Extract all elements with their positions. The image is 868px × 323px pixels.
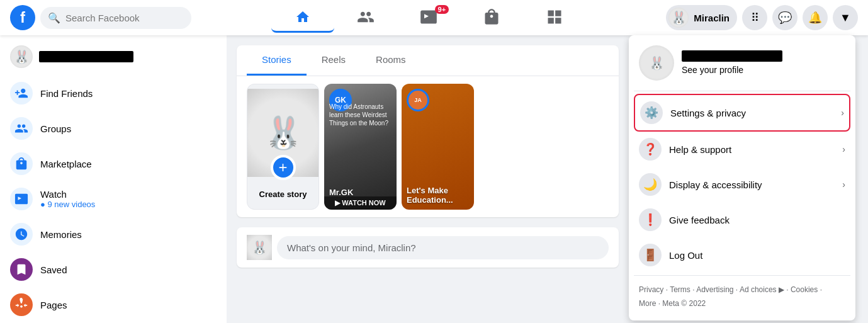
- advertising-link[interactable]: Advertising: [696, 285, 733, 294]
- search-bar[interactable]: 🔍: [40, 7, 191, 29]
- memories-icon: [10, 223, 33, 246]
- notifications-button[interactable]: 🔔: [803, 5, 828, 30]
- story-education[interactable]: JA Let's Make Education...: [402, 84, 474, 210]
- dm-help-label: Help & support: [669, 144, 835, 155]
- nav-marketplace-button[interactable]: [460, 3, 523, 33]
- dm-profile-avatar: 🐰: [639, 45, 674, 81]
- more-link[interactable]: More: [639, 299, 656, 308]
- sidebar-avatar: 🐰: [10, 45, 33, 68]
- dm-settings-item[interactable]: ⚙️ Settings & privacy ›: [634, 94, 850, 132]
- dm-divider-1: [634, 91, 850, 91]
- find-friends-icon: [10, 82, 33, 105]
- adchoices-link[interactable]: Ad choices ▶: [740, 285, 784, 294]
- tab-reels[interactable]: Reels: [307, 45, 361, 76]
- user-profile-button[interactable]: 🐰 Miraclin: [666, 5, 737, 30]
- marketplace-sidebar-icon: [10, 152, 33, 175]
- marketplace-icon: [483, 8, 500, 26]
- nav-friends-button[interactable]: [334, 3, 397, 33]
- logout-icon: 🚪: [639, 244, 662, 266]
- create-story-card[interactable]: 🐰 + Create story: [247, 84, 319, 210]
- nav-right-actions: 🐰 Miraclin ⠿ 💬 🔔 ▼: [666, 5, 858, 30]
- logo-letter: f: [20, 9, 25, 26]
- friends-icon: [357, 8, 375, 26]
- sidebar-item-label: Marketplace: [40, 159, 92, 169]
- sidebar-item-marketplace[interactable]: Marketplace: [5, 146, 222, 181]
- dm-profile-item[interactable]: 🐰 See your profile: [634, 40, 850, 86]
- dropdown-menu: 🐰 See your profile ⚙️ Settings & privacy…: [629, 35, 855, 320]
- facebook-logo[interactable]: f: [10, 5, 35, 30]
- sidebar-profile-name: [39, 51, 133, 62]
- avatar: 🐰: [668, 8, 689, 28]
- nav-home-button[interactable]: [271, 3, 334, 33]
- story-education-avatar: JA: [407, 89, 429, 111]
- feedback-icon: ❗: [639, 208, 662, 231]
- privacy-link[interactable]: Privacy: [639, 285, 663, 294]
- sidebar-item-saved[interactable]: Saved: [5, 252, 222, 287]
- watch-label-group: Watch ● 9 new videos: [40, 189, 95, 209]
- sidebar-item-label: Pages: [40, 300, 67, 310]
- story-mrgk-label: Mr.GK: [329, 188, 392, 197]
- post-mind-card: 🐰 What's on your mind, Miraclin?: [237, 227, 619, 268]
- chevron-right-icon: ›: [842, 179, 845, 190]
- create-story-label: Create story: [259, 190, 307, 199]
- nav-menu-button[interactable]: [523, 3, 586, 33]
- nav-center: 9+: [191, 3, 666, 33]
- tabs-row: Stories Reels Rooms: [237, 45, 619, 76]
- search-input[interactable]: [65, 13, 184, 23]
- dm-help-item[interactable]: ❓ Help & support ›: [634, 132, 850, 167]
- watch-icon: [10, 188, 33, 210]
- story-mrgk[interactable]: GK Why did Astronauts learn these Weirde…: [324, 84, 397, 210]
- dm-profile-link: See your profile: [682, 65, 743, 75]
- create-story-plus-icon: +: [271, 155, 296, 180]
- dm-display-item[interactable]: 🌙 Display & accessibility ›: [634, 167, 850, 202]
- home-icon: [295, 9, 310, 25]
- dm-divider-2: [634, 275, 850, 276]
- sidebar-item-find-friends[interactable]: Find Friends: [5, 76, 222, 111]
- nav-video-button[interactable]: 9+: [397, 3, 460, 33]
- sidebar: 🐰 Find Friends Groups Marketplace Watch …: [0, 35, 227, 323]
- sidebar-bunny: 🐰: [10, 45, 33, 68]
- dm-profile-name-hidden: [682, 50, 782, 62]
- apps-button[interactable]: ⠿: [742, 5, 767, 30]
- top-navigation: f 🔍 9+ 🐰 Miraclin: [0, 0, 868, 35]
- tab-rooms[interactable]: Rooms: [361, 45, 421, 76]
- post-mind-input[interactable]: What's on your mind, Miraclin?: [277, 236, 609, 259]
- search-icon: 🔍: [48, 12, 60, 24]
- dm-feedback-item[interactable]: ❗ Give feedback: [634, 202, 850, 237]
- tab-stories[interactable]: Stories: [247, 45, 307, 76]
- post-mind-avatar: 🐰: [247, 235, 272, 260]
- dm-settings-label: Settings & privacy: [670, 108, 833, 118]
- dm-footer: Privacy · Terms · Advertising · Ad choic…: [634, 278, 850, 315]
- sidebar-item-memories[interactable]: Memories: [5, 217, 222, 252]
- sidebar-item-pages[interactable]: Pages: [5, 287, 222, 322]
- dm-bunny: 🐰: [639, 45, 674, 81]
- stories-card: Stories Reels Rooms 🐰 + Create story GK …: [237, 45, 619, 217]
- video-badge: 9+: [435, 5, 449, 14]
- sidebar-item-label: Groups: [40, 123, 71, 134]
- story-mrgk-bg: GK Why did Astronauts learn these Weirde…: [324, 84, 397, 210]
- dm-feedback-label: Give feedback: [669, 215, 845, 225]
- menu-icon: [546, 8, 563, 26]
- settings-icon: ⚙️: [640, 101, 663, 124]
- sidebar-item-label: Memories: [40, 229, 82, 240]
- meta-copyright: Meta © 2022: [662, 299, 706, 308]
- post-mind-bunny: 🐰: [247, 235, 272, 260]
- messenger-button[interactable]: 💬: [772, 5, 798, 30]
- groups-icon: [10, 117, 33, 140]
- sidebar-profile[interactable]: 🐰: [5, 40, 222, 73]
- dropdown-arrow-button[interactable]: ▼: [833, 5, 858, 30]
- chevron-right-icon: ›: [842, 144, 845, 154]
- cookies-link[interactable]: Cookies: [791, 285, 818, 294]
- sidebar-item-groups[interactable]: Groups: [5, 111, 222, 146]
- main-content: Stories Reels Rooms 🐰 + Create story GK …: [227, 35, 629, 278]
- saved-icon: [10, 258, 33, 281]
- story-education-bg: JA Let's Make Education...: [402, 84, 474, 210]
- story-watch-now-badge: ▶ WATCH NOW: [324, 196, 397, 210]
- sidebar-item-watch[interactable]: Watch ● 9 new videos: [5, 181, 222, 217]
- chevron-right-icon: ›: [841, 108, 844, 118]
- sidebar-item-label: Saved: [40, 264, 67, 275]
- terms-link[interactable]: Terms: [670, 285, 690, 294]
- sidebar-item-label: Find Friends: [40, 88, 93, 99]
- dm-logout-item[interactable]: 🚪 Log Out: [634, 237, 850, 273]
- sidebar-item-label: Watch: [40, 189, 95, 200]
